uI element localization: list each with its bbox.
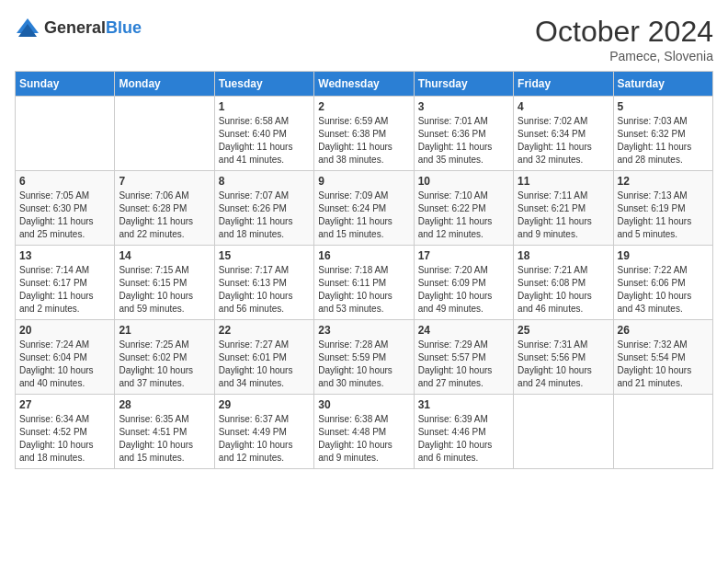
day-info: Sunrise: 7:06 AMSunset: 6:28 PMDaylight:… <box>119 190 210 241</box>
day-number: 26 <box>618 324 709 337</box>
week-row-3: 13 Sunrise: 7:14 AMSunset: 6:17 PMDaylig… <box>16 246 713 320</box>
day-number: 15 <box>219 249 310 262</box>
day-number: 1 <box>219 100 310 113</box>
calendar-cell: 8 Sunrise: 7:07 AMSunset: 6:26 PMDayligh… <box>214 171 313 246</box>
day-number: 10 <box>418 175 509 188</box>
day-info: Sunrise: 7:09 AMSunset: 6:24 PMDaylight:… <box>318 190 409 241</box>
day-number: 17 <box>418 249 509 262</box>
day-info: Sunrise: 7:32 AMSunset: 5:54 PMDaylight:… <box>618 339 709 390</box>
calendar-cell: 12 Sunrise: 7:13 AMSunset: 6:19 PMDaylig… <box>613 171 712 246</box>
day-info: Sunrise: 7:07 AMSunset: 6:26 PMDaylight:… <box>219 190 310 241</box>
calendar-cell: 19 Sunrise: 7:22 AMSunset: 6:06 PMDaylig… <box>613 246 712 320</box>
day-number: 3 <box>418 100 509 113</box>
calendar-cell: 1 Sunrise: 6:58 AMSunset: 6:40 PMDayligh… <box>214 97 313 171</box>
calendar-cell: 9 Sunrise: 7:09 AMSunset: 6:24 PMDayligh… <box>314 171 414 246</box>
calendar-table: SundayMondayTuesdayWednesdayThursdayFrid… <box>15 71 713 469</box>
week-row-4: 20 Sunrise: 7:24 AMSunset: 6:04 PMDaylig… <box>16 320 713 395</box>
calendar-cell: 2 Sunrise: 6:59 AMSunset: 6:38 PMDayligh… <box>314 97 414 171</box>
day-info: Sunrise: 7:28 AMSunset: 5:59 PMDaylight:… <box>318 339 409 390</box>
calendar-cell: 26 Sunrise: 7:32 AMSunset: 5:54 PMDaylig… <box>613 320 712 395</box>
calendar-cell: 20 Sunrise: 7:24 AMSunset: 6:04 PMDaylig… <box>16 320 115 395</box>
calendar-cell: 28 Sunrise: 6:35 AMSunset: 4:51 PMDaylig… <box>115 395 214 469</box>
day-number: 8 <box>219 175 310 188</box>
day-number: 7 <box>119 175 210 188</box>
calendar-cell: 25 Sunrise: 7:31 AMSunset: 5:56 PMDaylig… <box>514 320 613 395</box>
day-number: 5 <box>618 100 709 113</box>
calendar-cell: 31 Sunrise: 6:39 AMSunset: 4:46 PMDaylig… <box>414 395 513 469</box>
day-number: 6 <box>19 175 110 188</box>
day-number: 12 <box>618 175 709 188</box>
day-info: Sunrise: 7:24 AMSunset: 6:04 PMDaylight:… <box>19 339 110 390</box>
calendar-cell: 11 Sunrise: 7:11 AMSunset: 6:21 PMDaylig… <box>514 171 613 246</box>
day-number: 21 <box>119 324 210 337</box>
week-row-2: 6 Sunrise: 7:05 AMSunset: 6:30 PMDayligh… <box>16 171 713 246</box>
day-info: Sunrise: 7:03 AMSunset: 6:32 PMDaylight:… <box>618 115 709 167</box>
day-number: 19 <box>618 249 709 262</box>
day-header-monday: Monday <box>115 72 214 97</box>
day-number: 2 <box>318 100 409 113</box>
calendar-cell: 24 Sunrise: 7:29 AMSunset: 5:57 PMDaylig… <box>414 320 513 395</box>
day-info: Sunrise: 6:35 AMSunset: 4:51 PMDaylight:… <box>119 413 210 465</box>
logo: GeneralBlue <box>15 15 142 40</box>
day-number: 29 <box>219 398 310 411</box>
calendar-cell: 13 Sunrise: 7:14 AMSunset: 6:17 PMDaylig… <box>16 246 115 320</box>
calendar-cell: 22 Sunrise: 7:27 AMSunset: 6:01 PMDaylig… <box>214 320 313 395</box>
day-info: Sunrise: 7:18 AMSunset: 6:11 PMDaylight:… <box>318 264 409 316</box>
location: Pamece, Slovenia <box>535 49 713 63</box>
calendar-cell: 21 Sunrise: 7:25 AMSunset: 6:02 PMDaylig… <box>115 320 214 395</box>
page-header: GeneralBlue October 2024 Pamece, Sloveni… <box>15 15 713 63</box>
calendar-cell <box>613 395 712 469</box>
calendar-cell: 16 Sunrise: 7:18 AMSunset: 6:11 PMDaylig… <box>314 246 414 320</box>
day-info: Sunrise: 7:13 AMSunset: 6:19 PMDaylight:… <box>618 190 709 241</box>
day-info: Sunrise: 7:25 AMSunset: 6:02 PMDaylight:… <box>119 339 210 390</box>
day-header-friday: Friday <box>514 72 613 97</box>
day-info: Sunrise: 7:20 AMSunset: 6:09 PMDaylight:… <box>418 264 509 316</box>
logo-general: General <box>44 18 106 37</box>
day-number: 4 <box>518 100 609 113</box>
calendar-cell <box>16 97 115 171</box>
day-number: 30 <box>318 398 409 411</box>
day-number: 20 <box>19 324 110 337</box>
day-number: 27 <box>19 398 110 411</box>
day-info: Sunrise: 6:34 AMSunset: 4:52 PMDaylight:… <box>19 413 110 465</box>
calendar-cell: 23 Sunrise: 7:28 AMSunset: 5:59 PMDaylig… <box>314 320 414 395</box>
logo-text: GeneralBlue <box>44 18 142 38</box>
calendar-cell: 27 Sunrise: 6:34 AMSunset: 4:52 PMDaylig… <box>16 395 115 469</box>
week-row-5: 27 Sunrise: 6:34 AMSunset: 4:52 PMDaylig… <box>16 395 713 469</box>
calendar-cell: 30 Sunrise: 6:38 AMSunset: 4:48 PMDaylig… <box>314 395 414 469</box>
day-info: Sunrise: 6:37 AMSunset: 4:49 PMDaylight:… <box>219 413 310 465</box>
calendar-cell: 15 Sunrise: 7:17 AMSunset: 6:13 PMDaylig… <box>214 246 313 320</box>
day-number: 24 <box>418 324 509 337</box>
calendar-cell: 3 Sunrise: 7:01 AMSunset: 6:36 PMDayligh… <box>414 97 513 171</box>
calendar-cell: 29 Sunrise: 6:37 AMSunset: 4:49 PMDaylig… <box>214 395 313 469</box>
calendar-cell <box>115 97 214 171</box>
title-block: October 2024 Pamece, Slovenia <box>535 15 713 63</box>
day-header-saturday: Saturday <box>613 72 712 97</box>
header-row: SundayMondayTuesdayWednesdayThursdayFrid… <box>16 72 713 97</box>
day-info: Sunrise: 7:11 AMSunset: 6:21 PMDaylight:… <box>518 190 609 241</box>
day-info: Sunrise: 6:58 AMSunset: 6:40 PMDaylight:… <box>219 115 310 167</box>
day-number: 22 <box>219 324 310 337</box>
day-number: 28 <box>119 398 210 411</box>
day-info: Sunrise: 7:29 AMSunset: 5:57 PMDaylight:… <box>418 339 509 390</box>
day-number: 31 <box>418 398 509 411</box>
day-info: Sunrise: 7:14 AMSunset: 6:17 PMDaylight:… <box>19 264 110 316</box>
day-info: Sunrise: 7:05 AMSunset: 6:30 PMDaylight:… <box>19 190 110 241</box>
week-row-1: 1 Sunrise: 6:58 AMSunset: 6:40 PMDayligh… <box>16 97 713 171</box>
day-info: Sunrise: 7:01 AMSunset: 6:36 PMDaylight:… <box>418 115 509 167</box>
day-number: 9 <box>318 175 409 188</box>
logo-icon <box>15 15 40 40</box>
day-info: Sunrise: 7:17 AMSunset: 6:13 PMDaylight:… <box>219 264 310 316</box>
calendar-cell: 10 Sunrise: 7:10 AMSunset: 6:22 PMDaylig… <box>414 171 513 246</box>
calendar-cell <box>514 395 613 469</box>
day-info: Sunrise: 7:02 AMSunset: 6:34 PMDaylight:… <box>518 115 609 167</box>
day-header-tuesday: Tuesday <box>214 72 313 97</box>
day-number: 25 <box>518 324 609 337</box>
logo-blue: Blue <box>106 18 142 37</box>
day-number: 13 <box>19 249 110 262</box>
calendar-cell: 14 Sunrise: 7:15 AMSunset: 6:15 PMDaylig… <box>115 246 214 320</box>
month-title: October 2024 <box>535 15 713 49</box>
day-number: 11 <box>518 175 609 188</box>
day-number: 14 <box>119 249 210 262</box>
day-info: Sunrise: 6:38 AMSunset: 4:48 PMDaylight:… <box>318 413 409 465</box>
